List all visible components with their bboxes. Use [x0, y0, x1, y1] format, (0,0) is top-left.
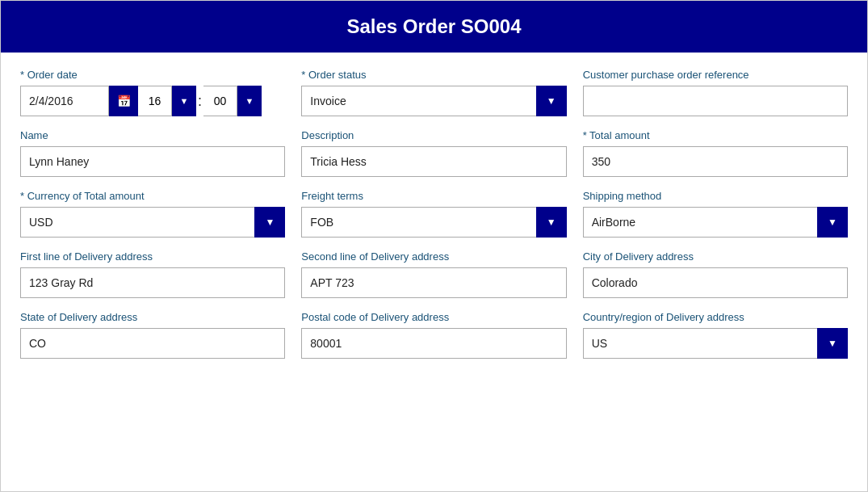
shipping-method-select[interactable]: AirBorne Ground Express Standard: [583, 207, 848, 238]
order-status-group: Order status Invoice Draft Confirmed Can…: [301, 69, 566, 116]
total-amount-label: Total amount: [583, 129, 848, 141]
name-group: Name: [20, 129, 285, 177]
minute-input[interactable]: [203, 86, 237, 116]
currency-label: Currency of Total amount: [20, 190, 285, 202]
order-status-select[interactable]: Invoice Draft Confirmed Cancelled: [301, 86, 566, 116]
delivery-country-select[interactable]: US CA UK AU DE FR: [583, 328, 848, 359]
delivery-city-input[interactable]: [583, 267, 848, 298]
delivery-postal-group: Postal code of Delivery address: [301, 311, 566, 359]
page-container: Sales Order SO004 Order date 📅 ▼ : ▼ O: [0, 0, 868, 492]
delivery-state-group: State of Delivery address: [20, 311, 285, 359]
currency-wrapper: USD EUR GBP CAD: [20, 207, 285, 238]
order-date-input[interactable]: [20, 86, 109, 116]
name-input[interactable]: [20, 146, 285, 177]
order-date-label: Order date: [20, 69, 285, 81]
form-row-3: Currency of Total amount USD EUR GBP CAD…: [20, 190, 848, 238]
total-amount-group: Total amount: [583, 129, 848, 177]
form-body: Order date 📅 ▼ : ▼ Order status Invoice: [1, 53, 867, 391]
description-label: Description: [301, 129, 566, 141]
delivery-line1-input[interactable]: [20, 267, 285, 298]
delivery-line1-group: First line of Delivery address: [20, 250, 285, 298]
freight-terms-label: Freight terms: [301, 190, 566, 202]
delivery-postal-label: Postal code of Delivery address: [301, 311, 566, 323]
total-amount-input[interactable]: [583, 146, 848, 177]
form-row-1: Order date 📅 ▼ : ▼ Order status Invoice: [20, 69, 848, 116]
delivery-state-label: State of Delivery address: [20, 311, 285, 323]
freight-terms-wrapper: FOB CIF EXW DDP: [301, 207, 566, 238]
description-input[interactable]: [301, 146, 566, 177]
description-group: Description: [301, 129, 566, 177]
delivery-country-label: Country/region of Delivery address: [583, 311, 848, 323]
hour-arrow-button[interactable]: ▼: [172, 86, 196, 116]
order-date-controls: 📅 ▼ : ▼: [20, 86, 285, 116]
order-status-label: Order status: [301, 69, 566, 81]
order-date-group: Order date 📅 ▼ : ▼: [20, 69, 285, 116]
delivery-state-input[interactable]: [20, 328, 285, 359]
time-colon: :: [196, 86, 203, 116]
shipping-method-wrapper: AirBorne Ground Express Standard: [583, 207, 848, 238]
delivery-country-wrapper: US CA UK AU DE FR: [583, 328, 848, 359]
delivery-line2-group: Second line of Delivery address: [301, 250, 566, 298]
order-status-wrapper: Invoice Draft Confirmed Cancelled: [301, 86, 566, 116]
currency-select[interactable]: USD EUR GBP CAD: [20, 207, 285, 238]
delivery-line2-input[interactable]: [301, 267, 566, 298]
delivery-country-group: Country/region of Delivery address US CA…: [583, 311, 848, 359]
delivery-line1-label: First line of Delivery address: [20, 250, 285, 263]
shipping-method-label: Shipping method: [583, 190, 848, 202]
delivery-postal-input[interactable]: [301, 328, 566, 359]
delivery-line2-label: Second line of Delivery address: [301, 250, 566, 263]
customer-po-input[interactable]: [583, 86, 848, 116]
calendar-button[interactable]: 📅: [109, 86, 138, 116]
currency-group: Currency of Total amount USD EUR GBP CAD: [20, 190, 285, 238]
form-row-5: State of Delivery address Postal code of…: [20, 311, 848, 359]
form-row-4: First line of Delivery address Second li…: [20, 250, 848, 298]
delivery-city-group: City of Delivery address: [583, 250, 848, 298]
name-label: Name: [20, 129, 285, 141]
freight-terms-select[interactable]: FOB CIF EXW DDP: [301, 207, 566, 238]
hour-input[interactable]: [138, 86, 172, 116]
minute-arrow-button[interactable]: ▼: [237, 86, 262, 116]
customer-po-group: Customer purchase order reference: [583, 69, 848, 116]
delivery-city-label: City of Delivery address: [583, 250, 848, 263]
page-title: Sales Order SO004: [1, 1, 867, 53]
form-row-2: Name Description Total amount: [20, 129, 848, 177]
shipping-method-group: Shipping method AirBorne Ground Express …: [583, 190, 848, 238]
freight-terms-group: Freight terms FOB CIF EXW DDP: [301, 190, 566, 238]
customer-po-label: Customer purchase order reference: [583, 69, 848, 81]
